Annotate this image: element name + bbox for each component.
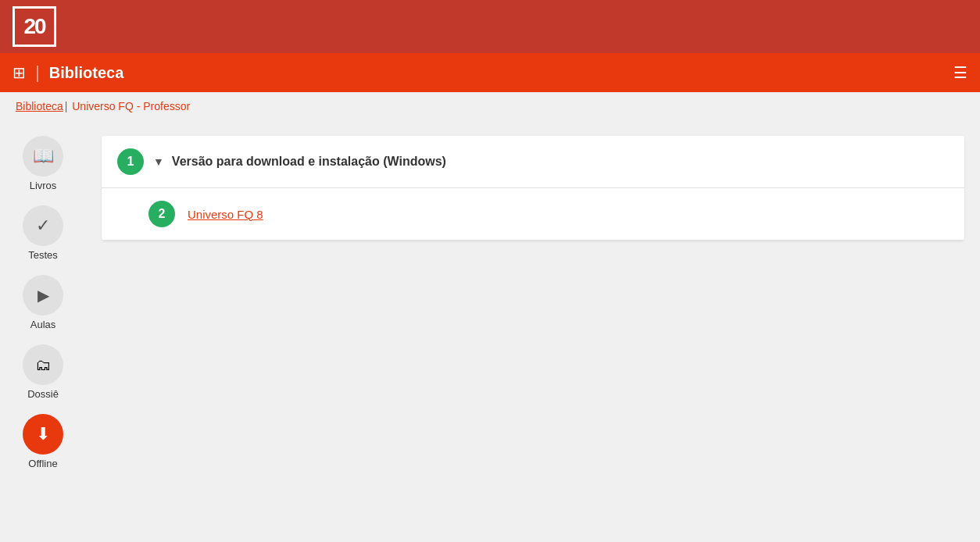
accordion-title: Versão para download e instalação (Windo…: [172, 155, 446, 169]
chevron-down-icon: ▼: [153, 155, 164, 168]
check-icon: [36, 216, 50, 236]
accordion-item-row: 2 Universo FQ 8: [148, 201, 949, 227]
sidebar-item-dossie[interactable]: Dossiê: [23, 344, 63, 400]
sidebar-item-aulas[interactable]: Aulas: [23, 275, 63, 330]
sidebar-item-livros[interactable]: Livros: [23, 136, 63, 191]
sidebar: Livros Testes Aulas Dossiê Offline: [0, 120, 86, 542]
breadcrumb: Biblioteca| Universo FQ - Professor: [0, 92, 980, 120]
dossie-icon-circle: [23, 344, 63, 385]
step-badge-1: 1: [117, 148, 144, 175]
nav-divider: |: [35, 62, 40, 83]
play-icon: [38, 286, 49, 305]
testes-label: Testes: [28, 249, 58, 261]
logo-bar: 20: [0, 0, 980, 53]
breadcrumb-separator: |: [65, 100, 68, 112]
hamburger-icon[interactable]: ☰: [953, 63, 967, 82]
logo: 20: [13, 6, 56, 47]
breadcrumb-library-link[interactable]: Biblioteca: [16, 100, 63, 112]
livros-label: Livros: [30, 180, 57, 191]
download-icon: [36, 424, 50, 444]
nav-title: Biblioteca: [49, 64, 124, 82]
universo-fq-link[interactable]: Universo FQ 8: [188, 208, 263, 221]
breadcrumb-current: Universo FQ - Professor: [72, 100, 190, 112]
aulas-label: Aulas: [30, 319, 56, 330]
main-layout: Livros Testes Aulas Dossiê Offline: [0, 120, 980, 542]
accordion-header[interactable]: 1 ▼ Versão para download e instalação (W…: [102, 136, 964, 188]
book-icon: [33, 146, 54, 166]
sidebar-item-testes[interactable]: Testes: [23, 205, 63, 261]
aulas-icon-circle: [23, 275, 63, 316]
accordion-section: 1 ▼ Versão para download e instalação (W…: [102, 136, 964, 241]
livros-icon-circle: [23, 136, 63, 177]
sidebar-item-offline[interactable]: Offline: [23, 414, 63, 469]
content-area: 1 ▼ Versão para download e instalação (W…: [86, 120, 980, 542]
offline-icon-circle: [23, 414, 63, 455]
dossie-label: Dossiê: [27, 388, 59, 400]
dossie-icon: [35, 356, 51, 374]
grid-icon[interactable]: ⊞: [13, 63, 26, 82]
nav-left: ⊞ | Biblioteca: [13, 62, 123, 83]
offline-label: Offline: [28, 458, 57, 469]
accordion-body: 2 Universo FQ 8: [102, 188, 964, 241]
testes-icon-circle: [23, 205, 63, 246]
step-badge-2: 2: [148, 201, 175, 227]
navbar: ⊞ | Biblioteca ☰: [0, 53, 980, 92]
